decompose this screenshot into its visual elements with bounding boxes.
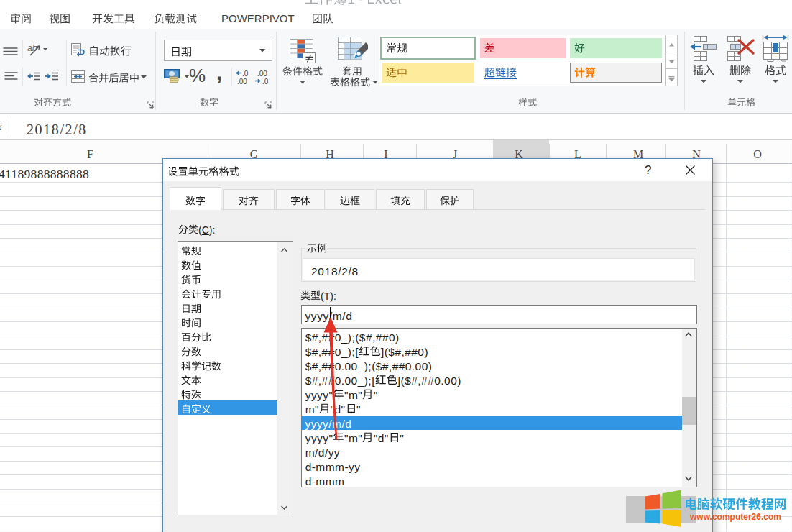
- svg-text:.00: .00: [257, 70, 267, 78]
- svg-text:ab: ab: [27, 43, 37, 53]
- svg-text:.00: .00: [237, 78, 247, 85]
- svg-text:.0: .0: [262, 78, 269, 85]
- svg-text:.0: .0: [242, 70, 249, 78]
